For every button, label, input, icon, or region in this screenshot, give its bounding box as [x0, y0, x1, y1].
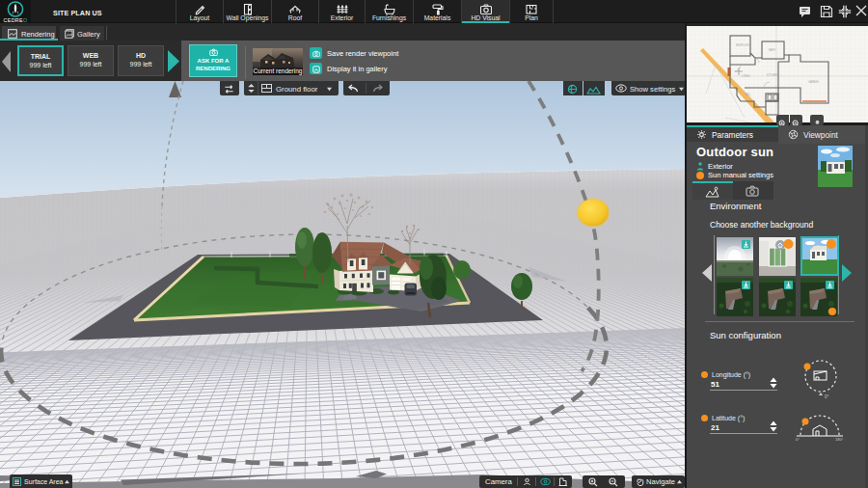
svg-text:0°: 0° [796, 437, 800, 441]
svg-text:HALL: HALL [745, 93, 751, 96]
svg-text:GARAGE: GARAGE [808, 80, 819, 84]
svg-text:180°: 180° [835, 437, 844, 441]
svg-text:BATH: BATH [769, 48, 775, 52]
svg-text:BEDROOM: BEDROOM [736, 43, 748, 47]
svg-text:LIVING: LIVING [742, 74, 750, 78]
svg-text:CEDREO: CEDREO [4, 17, 28, 23]
svg-text:KITCHEN: KITCHEN [767, 73, 778, 77]
svg-text:0°: 0° [825, 394, 829, 399]
